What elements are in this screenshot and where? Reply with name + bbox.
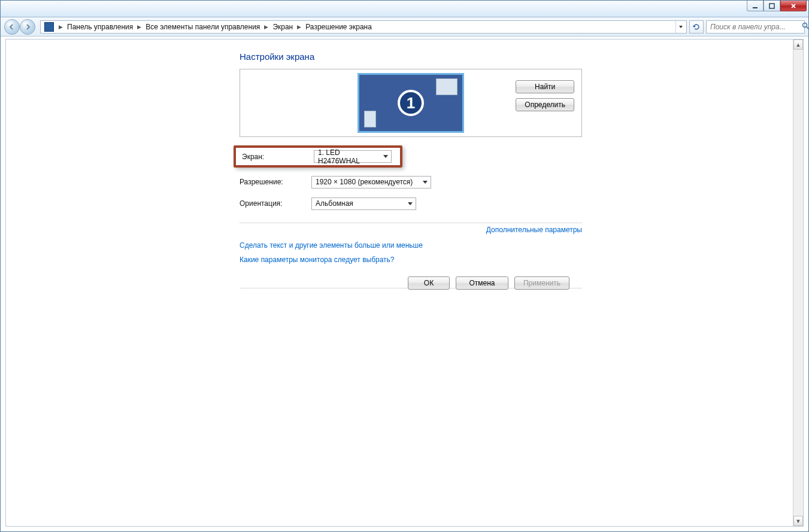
display-preview-box: 1 Найти Определить xyxy=(240,69,582,137)
breadcrumb-item[interactable]: Панель управления xyxy=(65,22,135,32)
preview-side-buttons: Найти Определить xyxy=(516,80,574,111)
title-bar xyxy=(1,1,808,17)
resolution-label: Разрешение: xyxy=(240,178,311,186)
orientation-setting-row: Ориентация: Альбомная xyxy=(240,193,582,214)
screen-value: 1. LED H2476WHAL xyxy=(318,148,380,165)
screen-label: Экран: xyxy=(242,153,314,161)
preview-window-icon xyxy=(436,78,457,95)
search-input[interactable] xyxy=(709,22,802,32)
minimize-button[interactable] xyxy=(747,1,763,11)
svg-point-2 xyxy=(803,23,807,27)
content-frame: ▲ ▼ Настройки экрана 1 Найти Определить xyxy=(5,39,804,527)
breadcrumb-item[interactable]: Экран xyxy=(271,22,295,32)
settings-area: Экран: 1. LED H2476WHAL Разрешение: 1920… xyxy=(240,145,582,288)
chevron-right-icon: ▶ xyxy=(297,24,301,30)
dialog-buttons: ОК Отмена Применить xyxy=(6,276,803,290)
orientation-value: Альбомная xyxy=(316,199,353,208)
svg-rect-0 xyxy=(753,7,758,8)
orientation-dropdown[interactable]: Альбомная xyxy=(311,197,416,210)
chevron-right-icon: ▶ xyxy=(264,24,268,30)
forward-button[interactable] xyxy=(20,19,35,35)
advanced-settings-link[interactable]: Дополнительные параметры xyxy=(240,226,582,234)
control-panel-icon xyxy=(44,22,54,32)
monitor-preview[interactable]: 1 xyxy=(357,73,464,133)
find-button[interactable]: Найти xyxy=(516,80,574,93)
advanced-link-row: Дополнительные параметры xyxy=(240,223,582,234)
screen-setting-row: Экран: 1. LED H2476WHAL xyxy=(234,145,402,168)
monitor-help-link[interactable]: Какие параметры монитора следует выбрать… xyxy=(240,256,582,264)
text-size-link[interactable]: Сделать текст и другие элементы больше и… xyxy=(240,241,582,250)
nav-buttons xyxy=(4,19,35,35)
page-title: Настройки экрана xyxy=(240,51,803,62)
chevron-right-icon: ▶ xyxy=(137,24,141,30)
breadcrumb-dropdown[interactable] xyxy=(675,21,685,33)
monitor-number: 1 xyxy=(398,90,424,116)
breadcrumb-bar[interactable]: ▶ Панель управления ▶ Все элементы панел… xyxy=(40,20,687,34)
resolution-value: 1920 × 1080 (рекомендуется) xyxy=(316,178,413,186)
resolution-dropdown[interactable]: 1920 × 1080 (рекомендуется) xyxy=(311,176,431,189)
content-area: Настройки экрана 1 Найти Определить Экра… xyxy=(6,39,803,526)
refresh-button[interactable] xyxy=(689,20,704,34)
screen-dropdown[interactable]: 1. LED H2476WHAL xyxy=(314,150,392,163)
address-bar: ▶ Панель управления ▶ Все элементы панел… xyxy=(1,17,808,37)
maximize-button[interactable] xyxy=(763,1,780,11)
search-icon xyxy=(802,22,809,32)
identify-button[interactable]: Определить xyxy=(516,98,574,111)
chevron-right-icon: ▶ xyxy=(59,24,63,30)
preview-window-icon xyxy=(364,111,376,127)
help-links: Сделать текст и другие элементы больше и… xyxy=(240,241,582,264)
ok-button[interactable]: ОК xyxy=(408,276,450,290)
breadcrumb-item[interactable]: Разрешение экрана xyxy=(304,22,374,32)
back-button[interactable] xyxy=(4,19,20,35)
apply-button[interactable]: Применить xyxy=(514,276,569,290)
resolution-setting-row: Разрешение: 1920 × 1080 (рекомендуется) xyxy=(240,171,582,193)
control-panel-window: ▶ Панель управления ▶ Все элементы панел… xyxy=(0,0,809,532)
search-box[interactable] xyxy=(706,20,805,34)
close-button[interactable] xyxy=(780,1,807,11)
breadcrumb-item[interactable]: Все элементы панели управления xyxy=(144,22,262,32)
svg-rect-1 xyxy=(769,4,774,8)
window-controls xyxy=(747,1,807,11)
cancel-button[interactable]: Отмена xyxy=(456,276,508,290)
orientation-label: Ориентация: xyxy=(240,199,311,208)
